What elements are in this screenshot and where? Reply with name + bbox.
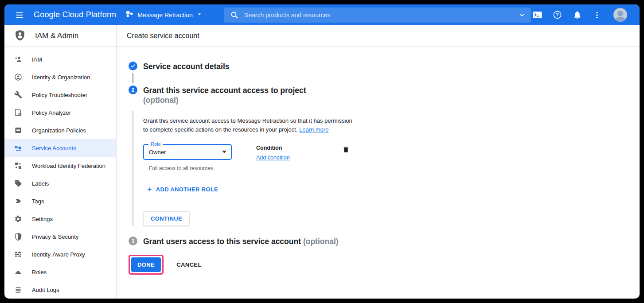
sidebar-item-identity-organization[interactable]: Identity & Organization bbox=[4, 68, 116, 86]
svg-text:?: ? bbox=[556, 12, 558, 17]
sidebar-item-roles[interactable]: Roles bbox=[4, 263, 116, 281]
notifications-bell-icon[interactable] bbox=[571, 9, 583, 21]
step-2-body: Grant this service account access to Mes… bbox=[129, 111, 640, 226]
sidebar-item-workload-identity-federation[interactable]: Workload Identity Federation bbox=[4, 157, 116, 175]
grid-squares-icon bbox=[14, 162, 22, 170]
condition-label: Condition bbox=[256, 145, 290, 151]
project-icon bbox=[126, 10, 133, 19]
help-icon[interactable]: ? bbox=[551, 9, 563, 21]
role-row: Role Owner Condition Add condition bbox=[143, 144, 640, 161]
cloud-shell-icon[interactable] bbox=[531, 9, 543, 21]
sidebar-item-policy-troubleshooter[interactable]: Policy Troubleshooter bbox=[4, 86, 116, 104]
sidebar-item-settings[interactable]: Settings bbox=[4, 210, 116, 228]
role-field-label: Role bbox=[148, 141, 163, 147]
sidebar-item-service-accounts[interactable]: Service Accounts bbox=[4, 139, 116, 157]
sidebar: IAM & Admin IAM Identity & Organization … bbox=[4, 25, 117, 299]
step-2-description: Grant this service account access to Mes… bbox=[143, 117, 374, 134]
sidebar-item-privacy-security[interactable]: Privacy & Security bbox=[4, 228, 116, 245]
continue-button[interactable]: CONTINUE bbox=[143, 211, 190, 226]
list-lines-icon bbox=[14, 286, 22, 294]
add-condition-link[interactable]: Add condition bbox=[256, 155, 290, 161]
shield-icon bbox=[14, 233, 22, 241]
add-another-role-button[interactable]: + ADD ANOTHER ROLE bbox=[147, 186, 218, 193]
dropdown-caret-icon bbox=[222, 151, 226, 153]
sidebar-item-labels[interactable]: Labels bbox=[4, 175, 116, 192]
search-icon bbox=[230, 11, 238, 19]
sidebar-item-identity-aware-proxy[interactable]: Identity-Aware Proxy bbox=[4, 245, 116, 263]
step-1-service-account-details: Service account details bbox=[129, 62, 640, 71]
person-add-icon bbox=[14, 55, 22, 63]
trash-icon[interactable] bbox=[342, 146, 350, 155]
step-3-title: Grant users access to this service accou… bbox=[143, 237, 339, 246]
step-2-optional-label: (optional) bbox=[143, 95, 306, 105]
learn-more-link[interactable]: Learn more bbox=[299, 126, 328, 133]
search-input[interactable] bbox=[244, 12, 519, 19]
sidebar-item-organization-policies[interactable]: Organization Policies bbox=[4, 121, 116, 139]
step-2-number: 2 bbox=[129, 85, 137, 94]
hat-icon bbox=[14, 268, 22, 276]
sidebar-item-policy-analyzer[interactable]: Policy Analyzer bbox=[4, 104, 116, 121]
project-name: Message Retraction bbox=[137, 12, 193, 19]
document-lines-icon bbox=[14, 126, 22, 134]
role-helper-text: Full access to all resources. bbox=[149, 165, 640, 171]
sidebar-item-iam[interactable]: IAM bbox=[4, 50, 116, 68]
step-3-number: 3 bbox=[129, 237, 137, 245]
done-button-highlight: DONE bbox=[129, 255, 164, 275]
gear-icon bbox=[14, 215, 22, 223]
sidebar-item-audit-logs[interactable]: Audit Logs bbox=[4, 281, 116, 299]
document-gear-icon bbox=[14, 109, 22, 117]
caret-down-icon bbox=[196, 11, 203, 19]
menu-icon[interactable] bbox=[13, 9, 26, 21]
main-content: Create service account Service account d… bbox=[117, 25, 640, 299]
condition-block: Condition Add condition bbox=[256, 144, 290, 161]
sidebar-item-tags[interactable]: Tags bbox=[4, 192, 116, 210]
chevron-down-icon[interactable] bbox=[519, 12, 526, 19]
sidebar-nav: IAM Identity & Organization Policy Troub… bbox=[4, 47, 116, 299]
proxy-rows-icon bbox=[14, 250, 22, 258]
gcp-logo[interactable]: Google Cloud Platform bbox=[34, 10, 116, 19]
topbar-actions: ? bbox=[531, 8, 627, 22]
create-service-account-form: Service account details 2 Grant this ser… bbox=[117, 47, 640, 299]
step-connector bbox=[129, 111, 143, 226]
project-selector[interactable]: Message Retraction bbox=[126, 10, 203, 19]
cancel-button[interactable]: CANCEL bbox=[176, 261, 202, 268]
search-bar[interactable] bbox=[224, 8, 531, 23]
more-vertical-icon[interactable] bbox=[591, 9, 603, 21]
service-account-key-icon bbox=[14, 144, 22, 152]
step-3-optional-label: (optional) bbox=[303, 237, 339, 246]
tag-arrow-icon bbox=[14, 197, 22, 205]
sidebar-title: IAM & Admin bbox=[35, 31, 78, 40]
sidebar-header: IAM & Admin bbox=[4, 25, 116, 47]
avatar[interactable] bbox=[613, 8, 627, 22]
step-3-header: 3 Grant users access to this service acc… bbox=[129, 237, 640, 246]
form-actions: DONE CANCEL bbox=[129, 255, 640, 275]
step-connector bbox=[129, 73, 143, 83]
label-tag-icon bbox=[14, 179, 22, 187]
role-select[interactable]: Role Owner bbox=[143, 144, 232, 160]
step-1-title: Service account details bbox=[143, 62, 230, 71]
shield-person-icon bbox=[14, 29, 26, 43]
page-header: Create service account bbox=[117, 25, 640, 47]
plus-icon: + bbox=[147, 186, 152, 193]
identity-person-circle-icon bbox=[14, 73, 22, 81]
done-button[interactable]: DONE bbox=[131, 257, 161, 272]
role-selected-value: Owner bbox=[149, 149, 222, 155]
step-2-title: Grant this service account access to pro… bbox=[143, 85, 306, 95]
step-2-header: 2 Grant this service account access to p… bbox=[129, 85, 640, 105]
top-app-bar: Google Cloud Platform Message Retraction bbox=[4, 4, 640, 25]
wrench-icon bbox=[14, 91, 22, 99]
page-title: Create service account bbox=[127, 32, 199, 40]
browser-viewport: Google Cloud Platform Message Retraction bbox=[4, 4, 640, 299]
check-circle-icon bbox=[129, 62, 137, 70]
